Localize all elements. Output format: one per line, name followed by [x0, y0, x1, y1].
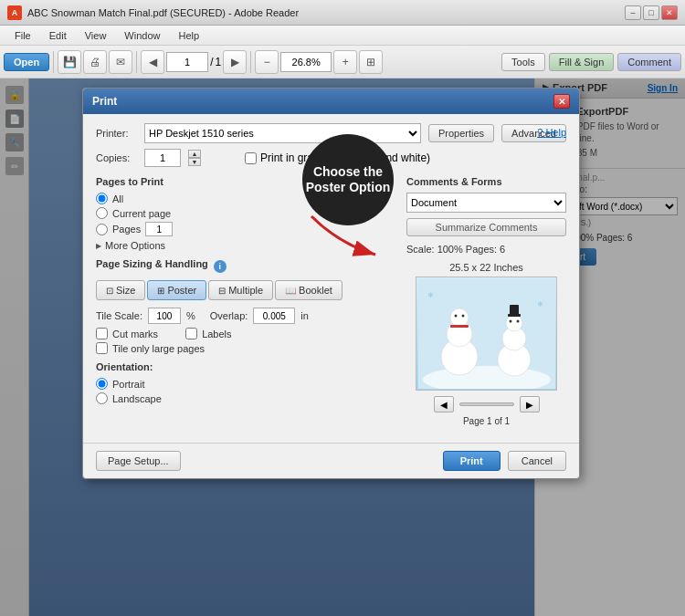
- next-preview-button[interactable]: ▶: [520, 396, 540, 412]
- comments-select[interactable]: Document Document and Markups: [406, 193, 566, 213]
- dialog-close-button[interactable]: ✕: [553, 94, 570, 109]
- dialog-body: ? Help Printer: HP Deskjet 1510 series P…: [83, 114, 579, 435]
- size-icon: ⊡: [106, 286, 113, 296]
- window-controls: – □ ✕: [625, 5, 678, 20]
- open-button[interactable]: Open: [4, 53, 49, 71]
- overlap-unit: in: [300, 310, 309, 321]
- svg-point-21: [509, 319, 511, 322]
- tools-button[interactable]: Tools: [501, 53, 545, 71]
- radio-current: Current page: [96, 207, 394, 219]
- radio-pages-input[interactable]: [96, 224, 108, 235]
- printer-select[interactable]: HP Deskjet 1510 series: [144, 123, 421, 143]
- labels-checkbox[interactable]: [185, 328, 197, 339]
- print-icon[interactable]: 🖨: [83, 50, 107, 74]
- more-options[interactable]: ▶ More Options: [96, 240, 394, 251]
- app-icon: A: [7, 5, 22, 20]
- portrait-radio[interactable]: [96, 378, 108, 390]
- menu-file[interactable]: File: [7, 28, 38, 43]
- sizing-buttons: ⊡ Size ⊞ Poster ⊟ Multiple: [96, 280, 394, 300]
- comments-title: Comments & Forms: [406, 176, 566, 187]
- poster-button[interactable]: ⊞ Poster: [147, 280, 206, 300]
- spin-down[interactable]: ▼: [188, 158, 201, 166]
- info-icon[interactable]: i: [214, 260, 227, 273]
- dialog-title-bar: Print ✕: [83, 89, 579, 114]
- landscape-radio[interactable]: [96, 392, 108, 404]
- cancel-button[interactable]: Cancel: [508, 451, 566, 471]
- fill-sign-button[interactable]: Fill & Sign: [549, 53, 615, 71]
- prev-page-icon[interactable]: ◀: [141, 50, 164, 74]
- menu-edit[interactable]: Edit: [42, 28, 74, 43]
- dialog-columns: Pages to Print All Current page: [96, 176, 566, 426]
- orientation-title: Orientation:: [96, 361, 394, 372]
- grayscale-checkbox[interactable]: [245, 152, 257, 164]
- summarize-button[interactable]: Summarize Comments: [406, 218, 566, 236]
- tile-only-checkbox[interactable]: [96, 342, 108, 354]
- radio-pages-label: Pages: [112, 224, 141, 235]
- printer-row: Printer: HP Deskjet 1510 series Properti…: [96, 123, 566, 143]
- maximize-button[interactable]: □: [643, 5, 659, 20]
- copies-spinner: ▲ ▼: [188, 150, 201, 166]
- comments-section: Comments & Forms Document Document and M…: [406, 176, 566, 255]
- cut-marks-item: Cut marks Labels: [96, 328, 394, 339]
- page-input[interactable]: [166, 52, 208, 72]
- tile-scale-input[interactable]: [148, 308, 181, 324]
- minimize-button[interactable]: –: [625, 5, 641, 20]
- radio-current-input[interactable]: [96, 207, 108, 219]
- landscape-item: Landscape: [96, 392, 394, 404]
- radio-all-input[interactable]: [96, 193, 108, 204]
- page-setup-button[interactable]: Page Setup...: [96, 451, 181, 471]
- spin-up[interactable]: ▲: [188, 150, 201, 158]
- dialog-left: Pages to Print All Current page: [96, 176, 394, 426]
- page-navigation: / 1: [166, 52, 221, 72]
- copies-input[interactable]: [144, 149, 181, 167]
- radio-group: All Current page Pages: [96, 193, 394, 236]
- svg-point-22: [516, 319, 519, 322]
- tile-only-label: Tile only large pages: [112, 343, 205, 354]
- grayscale-label: Print in grayscale (black and white): [260, 151, 430, 164]
- dialog-footer: Page Setup... Print Cancel: [83, 443, 579, 478]
- properties-button[interactable]: Properties: [428, 124, 494, 142]
- booklet-icon: 📖: [285, 286, 296, 296]
- zoom-out-icon[interactable]: −: [255, 50, 279, 74]
- multiple-button[interactable]: ⊟ Multiple: [208, 280, 273, 300]
- save-icon[interactable]: 💾: [58, 50, 81, 74]
- menu-window[interactable]: Window: [117, 28, 167, 43]
- preview-area: 25.5 x 22 Inches: [406, 262, 566, 391]
- more-options-label: More Options: [105, 240, 165, 251]
- zoom-fit-icon[interactable]: ⊞: [359, 50, 383, 74]
- radio-current-label: Current page: [112, 208, 171, 219]
- zoom-in-icon[interactable]: +: [333, 50, 357, 74]
- tile-scale-label: Tile Scale:: [96, 310, 142, 321]
- svg-point-17: [461, 314, 464, 317]
- svg-rect-26: [510, 305, 519, 315]
- overlap-label: Overlap:: [210, 310, 248, 321]
- zoom-input[interactable]: [280, 52, 332, 72]
- cut-marks-checkbox[interactable]: [96, 328, 108, 339]
- radio-all-label: All: [112, 193, 123, 204]
- portrait-label: Portrait: [112, 379, 144, 390]
- pages-value-input[interactable]: [145, 222, 173, 236]
- close-button[interactable]: ✕: [661, 5, 678, 20]
- booklet-button[interactable]: 📖 Booklet: [275, 280, 342, 300]
- print-button[interactable]: Print: [443, 451, 501, 471]
- menu-help[interactable]: Help: [171, 28, 206, 43]
- preview-slider[interactable]: [459, 402, 514, 406]
- cut-marks-label: Cut marks: [112, 329, 158, 339]
- overlap-input[interactable]: [253, 308, 295, 324]
- main-area: 🔒 📄 🔧 ✏: [0, 78, 685, 616]
- prev-preview-button[interactable]: ◀: [434, 396, 454, 412]
- separator: [53, 51, 54, 73]
- email-icon[interactable]: ✉: [109, 50, 132, 74]
- comment-button[interactable]: Comment: [617, 53, 681, 71]
- window-title: ABC Snowman Match Final.pdf (SECURED) - …: [27, 7, 619, 18]
- copies-row: Copies: ▲ ▼ Print in grayscale (black an…: [96, 149, 566, 167]
- svg-rect-27: [450, 325, 469, 328]
- help-link[interactable]: ? Help: [537, 127, 566, 138]
- dialog-right: Comments & Forms Document Document and M…: [406, 176, 566, 426]
- size-button[interactable]: ⊡ Size: [96, 280, 145, 300]
- poster-label: Poster: [167, 285, 196, 296]
- snowman-preview: ❄ ❄: [416, 277, 556, 390]
- menu-view[interactable]: View: [78, 28, 114, 43]
- booklet-label: Booklet: [299, 285, 332, 296]
- next-page-icon[interactable]: ▶: [223, 50, 247, 74]
